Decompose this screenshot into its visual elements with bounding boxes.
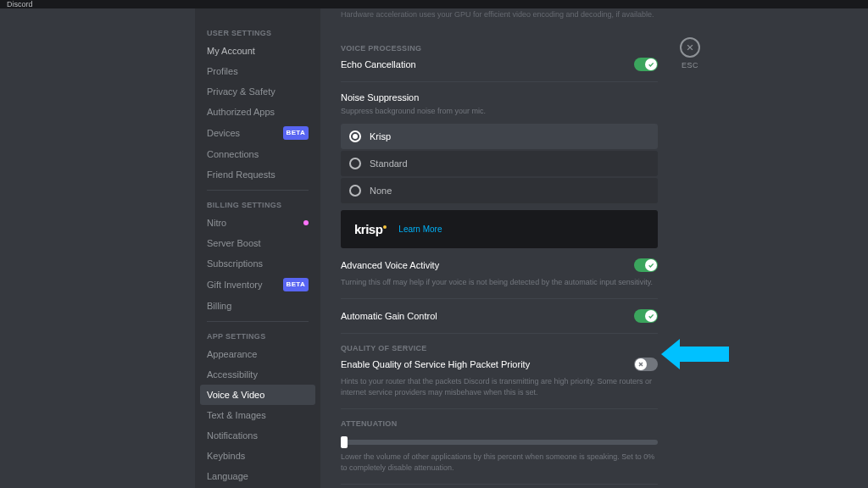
sidebar-item-label: Server Boost	[207, 237, 261, 249]
sidebar-item-billing[interactable]: Billing	[200, 296, 315, 316]
sidebar-item-label: Friend Requests	[207, 169, 275, 180]
automatic-gain-control-label: Automatic Gain Control	[341, 311, 437, 321]
sidebar-item-label: Devices	[207, 127, 240, 139]
sidebar-item-keybinds[interactable]: Keybinds	[200, 446, 315, 466]
sidebar-item-label: Subscriptions	[207, 258, 263, 269]
radio-label: Standard	[370, 158, 408, 169]
noise-suppression-radio-group: Krisp Standard None	[341, 124, 658, 205]
advanced-voice-activity-desc: Turning this off may help if your voice …	[341, 277, 658, 288]
divider	[341, 81, 658, 82]
sidebar-item-my-account[interactable]: My Account	[200, 41, 315, 61]
quality-of-service-header: QUALITY OF SERVICE	[341, 344, 658, 352]
sidebar-item-label: Language	[207, 470, 248, 482]
close-settings: ESC	[680, 37, 700, 69]
divider	[341, 298, 658, 299]
sidebar-item-voice-video[interactable]: Voice & Video	[200, 385, 315, 405]
settings-layout: USER SETTINGS My Account Profiles Privac…	[0, 8, 868, 488]
radio-icon	[349, 158, 361, 169]
sidebar-item-label: Privacy & Safety	[207, 86, 275, 97]
sidebar-divider	[207, 321, 309, 322]
sidebar-item-accessibility[interactable]: Accessibility	[200, 364, 315, 385]
sidebar-item-connections[interactable]: Connections	[200, 144, 315, 164]
sidebar-item-label: Keybinds	[207, 450, 245, 462]
radio-label: Krisp	[370, 131, 391, 141]
sidebar-item-label: Voice & Video	[207, 389, 264, 401]
qos-label: Enable Quality of Service High Packet Pr…	[341, 359, 530, 369]
sidebar-item-label: My Account	[207, 45, 255, 57]
qos-row: Enable Quality of Service High Packet Pr…	[341, 358, 658, 371]
radio-icon	[349, 130, 361, 142]
sidebar-item-notifications[interactable]: Notifications	[200, 425, 315, 446]
sidebar-item-gift-inventory[interactable]: Gift InventoryBETA	[200, 274, 315, 296]
beta-badge: BETA	[283, 126, 309, 140]
noise-suppression-desc: Suppress background noise from your mic.	[341, 106, 658, 117]
noise-suppression-title: Noise Suppression	[341, 92, 658, 103]
content-inner: Hardware acceleration uses your GPU for …	[320, 8, 685, 488]
radio-icon	[349, 185, 361, 197]
sidebar-item-label: Nitro	[207, 217, 226, 229]
app-root: Discord USER SETTINGS My Account Profile…	[0, 0, 868, 488]
esc-label: ESC	[682, 61, 698, 69]
sidebar-item-label: Notifications	[207, 430, 258, 441]
sidebar-item-friend-requests[interactable]: Friend Requests	[200, 164, 315, 185]
settings-sidebar: USER SETTINGS My Account Profiles Privac…	[195, 8, 320, 488]
automatic-gain-control-toggle[interactable]	[634, 309, 658, 323]
sidebar-section-user-settings: USER SETTINGS	[200, 24, 315, 41]
advanced-voice-activity-row: Advanced Voice Activity	[341, 258, 658, 272]
krisp-learn-more-link[interactable]: Learn More	[398, 225, 442, 234]
sidebar-item-label: Text & Images	[207, 409, 266, 421]
sidebar-item-privacy-safety[interactable]: Privacy & Safety	[200, 81, 315, 102]
window-titlebar: Discord	[0, 0, 868, 8]
divider	[341, 333, 658, 334]
attenuation-slider[interactable]	[341, 440, 658, 445]
beta-badge: BETA	[283, 278, 309, 291]
left-gutter	[0, 8, 195, 488]
automatic-gain-control-row: Automatic Gain Control	[341, 309, 658, 323]
sidebar-item-subscriptions[interactable]: Subscriptions	[200, 253, 315, 274]
krisp-promo-card: krisp Learn More	[341, 210, 658, 248]
qos-desc: Hints to your router that the packets Di…	[341, 376, 658, 398]
nitro-indicator-icon	[303, 220, 309, 225]
echo-cancellation-row: Echo Cancellation	[341, 58, 658, 71]
noise-option-none[interactable]: None	[341, 178, 658, 203]
attenuation-desc: Lower the volume of other applications b…	[341, 452, 658, 474]
krisp-logo: krisp	[354, 222, 387, 236]
echo-cancellation-toggle[interactable]	[634, 58, 658, 71]
sidebar-item-label: Profiles	[207, 65, 238, 77]
sidebar-item-label: Accessibility	[207, 369, 258, 380]
sidebar-item-nitro[interactable]: Nitro	[200, 213, 315, 233]
noise-option-standard[interactable]: Standard	[341, 151, 658, 176]
sidebar-section-app-settings: APP SETTINGS	[200, 327, 315, 344]
sidebar-item-label: Gift Inventory	[207, 279, 262, 291]
sidebar-section-billing-settings: BILLING SETTINGS	[200, 196, 315, 213]
sidebar-item-label: Connections	[207, 148, 259, 160]
sidebar-item-language[interactable]: Language	[200, 466, 315, 486]
krisp-dot-icon	[383, 225, 387, 229]
slider-thumb[interactable]	[341, 436, 348, 448]
sidebar-item-server-boost[interactable]: Server Boost	[200, 233, 315, 253]
divider	[341, 484, 658, 485]
sidebar-item-text-images[interactable]: Text & Images	[200, 405, 315, 425]
radio-label: None	[370, 186, 392, 196]
sidebar-item-label: Appearance	[207, 348, 257, 360]
attenuation-header: ATTENUATION	[341, 419, 658, 428]
hw-accel-desc: Hardware acceleration uses your GPU for …	[341, 8, 658, 34]
sidebar-item-authorized-apps[interactable]: Authorized Apps	[200, 102, 315, 122]
voice-processing-header: VOICE PROCESSING	[341, 44, 658, 53]
sidebar-item-devices[interactable]: DevicesBETA	[200, 122, 315, 144]
settings-content: Hardware acceleration uses your GPU for …	[320, 8, 868, 488]
sidebar-item-appearance[interactable]: Appearance	[200, 344, 315, 364]
advanced-voice-activity-toggle[interactable]	[634, 258, 658, 272]
divider	[341, 408, 658, 409]
qos-toggle[interactable]	[634, 358, 658, 371]
sidebar-item-profiles[interactable]: Profiles	[200, 61, 315, 81]
echo-cancellation-label: Echo Cancellation	[341, 59, 416, 69]
close-button[interactable]	[680, 37, 700, 58]
sidebar-divider	[207, 190, 309, 191]
advanced-voice-activity-label: Advanced Voice Activity	[341, 260, 439, 270]
noise-option-krisp[interactable]: Krisp	[341, 124, 658, 149]
sidebar-item-label: Billing	[207, 300, 231, 312]
sidebar-item-label: Authorized Apps	[207, 106, 275, 118]
